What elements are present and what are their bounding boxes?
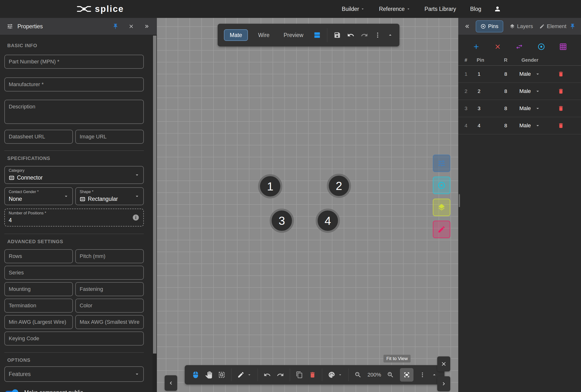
features-select[interactable]: Features — [4, 366, 144, 382]
more-options-icon[interactable] — [419, 372, 426, 378]
color-field[interactable] — [75, 299, 144, 313]
category-select[interactable]: Category Connector — [4, 166, 144, 184]
make-public-toggle[interactable] — [4, 388, 18, 392]
termination-field[interactable] — [4, 299, 73, 313]
gender-select[interactable]: Male — [514, 122, 546, 129]
datasheet-url-field[interactable] — [4, 130, 73, 144]
zoom-out-icon[interactable] — [354, 371, 362, 379]
edit-tool-button[interactable] — [433, 221, 450, 238]
contact-gender-select[interactable]: Contact Gender * None — [4, 187, 73, 205]
nav-builder[interactable]: Builder — [342, 6, 365, 12]
tab-layers[interactable]: Layers — [510, 23, 533, 29]
collapse-toolbar-icon[interactable] — [387, 32, 393, 38]
max-awg-field[interactable] — [75, 315, 144, 329]
pin-node-3[interactable]: 3 — [270, 209, 294, 233]
undo-icon[interactable] — [264, 371, 271, 379]
copy-icon[interactable] — [296, 371, 303, 379]
chevron-down-icon — [535, 123, 540, 128]
canvas[interactable]: Mate Wire Preview 1 2 3 4 — [157, 18, 458, 392]
tab-pins[interactable]: Pins — [476, 20, 503, 32]
wire-mode-button[interactable]: Wire — [254, 32, 273, 38]
close-panel-icon[interactable] — [128, 23, 134, 29]
mounting-field[interactable] — [4, 282, 73, 296]
nav-parts-library[interactable]: Parts Library — [424, 6, 456, 12]
delete-pin-icon[interactable] — [558, 105, 564, 111]
swap-pins-icon[interactable] — [516, 43, 523, 50]
layers-icon — [510, 24, 515, 29]
keying-code-field[interactable] — [4, 332, 144, 346]
zoom-in-icon[interactable] — [387, 371, 394, 379]
pin-radius[interactable]: 8 — [497, 71, 514, 77]
draw-tool-dropdown-icon[interactable] — [247, 373, 252, 377]
min-awg-field[interactable] — [4, 315, 73, 329]
mode-toolbar: Mate Wire Preview — [218, 24, 400, 46]
part-number-field[interactable] — [4, 55, 144, 69]
info-icon[interactable] — [132, 214, 140, 221]
pin-number[interactable]: 3 — [477, 105, 497, 111]
draw-tool-icon[interactable] — [237, 371, 244, 379]
redo-icon[interactable] — [361, 31, 368, 39]
add-pin-icon[interactable] — [472, 43, 480, 50]
collapse-panel-icon[interactable] — [144, 23, 150, 29]
image-url-field[interactable] — [75, 130, 144, 144]
pitch-field[interactable] — [75, 249, 144, 263]
gender-select[interactable]: Male — [514, 71, 546, 77]
pin-number[interactable]: 1 — [477, 71, 497, 77]
remove-pins-icon[interactable] — [494, 43, 501, 50]
shape-select[interactable]: Shape * Rectangular — [75, 187, 144, 205]
pan-tool-icon[interactable] — [205, 371, 212, 379]
pin-grid-icon[interactable] — [559, 43, 567, 50]
pin-radius[interactable]: 8 — [497, 105, 514, 111]
pins-tool-button[interactable] — [433, 177, 450, 194]
delete-pin-icon[interactable] — [558, 88, 564, 94]
splice-logo[interactable]: splice — [76, 4, 124, 14]
pin-radius[interactable]: 8 — [497, 123, 514, 128]
delete-icon[interactable] — [309, 371, 316, 379]
rows-field[interactable] — [4, 249, 73, 263]
delete-pin-icon[interactable] — [558, 71, 564, 77]
previous-view-button[interactable] — [164, 375, 177, 391]
pin-panel-icon[interactable] — [570, 23, 576, 29]
nav-reference[interactable]: Reference — [379, 6, 410, 12]
mate-mode-button[interactable]: Mate — [224, 29, 248, 41]
collapse-panel-icon[interactable] — [464, 23, 470, 30]
layers-tool-button[interactable] — [433, 199, 450, 216]
pin-node-1[interactable]: 1 — [258, 174, 282, 198]
panel-resize-handle[interactable] — [459, 194, 460, 207]
properties-scrollbar[interactable] — [152, 35, 157, 392]
manufacturer-field[interactable] — [4, 77, 144, 91]
marquee-select-icon[interactable] — [218, 371, 226, 379]
nav-blog[interactable]: Blog — [470, 6, 481, 12]
redo-icon[interactable] — [277, 371, 284, 379]
tab-element[interactable]: Element — [539, 23, 566, 29]
pin-panel-icon[interactable] — [112, 23, 118, 29]
properties-scrollbar-thumb[interactable] — [153, 35, 156, 354]
pin-node-2[interactable]: 2 — [327, 174, 351, 198]
palette-dropdown-icon[interactable] — [338, 373, 342, 377]
delete-pin-icon[interactable] — [558, 122, 564, 129]
view-agenda-icon[interactable] — [314, 31, 321, 39]
palette-icon[interactable] — [328, 371, 335, 379]
collapse-toolbar-icon[interactable] — [432, 372, 437, 378]
mouse-select-tool-icon[interactable] — [192, 371, 199, 379]
description-field[interactable] — [4, 100, 144, 124]
more-options-icon[interactable] — [374, 32, 381, 38]
next-view-button[interactable] — [437, 376, 450, 391]
fastening-field[interactable] — [75, 282, 144, 296]
save-icon[interactable] — [334, 31, 341, 39]
preview-mode-button[interactable]: Preview — [280, 32, 307, 38]
gender-select[interactable]: Male — [514, 105, 546, 111]
pin-radius[interactable]: 8 — [497, 88, 514, 94]
close-button[interactable] — [437, 357, 450, 372]
properties-tool-button[interactable] — [433, 155, 450, 172]
gender-select[interactable]: Male — [514, 88, 546, 94]
user-avatar-button[interactable] — [494, 5, 501, 12]
pin-target-icon[interactable] — [538, 43, 545, 50]
pin-number[interactable]: 2 — [477, 88, 497, 94]
fit-to-view-button[interactable] — [400, 368, 414, 382]
pin-number[interactable]: 4 — [477, 123, 497, 128]
undo-icon[interactable] — [347, 31, 354, 39]
number-of-positions-field[interactable]: Number of Positions * 4 — [4, 209, 144, 227]
pin-node-4[interactable]: 4 — [316, 209, 340, 233]
series-field[interactable] — [4, 266, 144, 280]
